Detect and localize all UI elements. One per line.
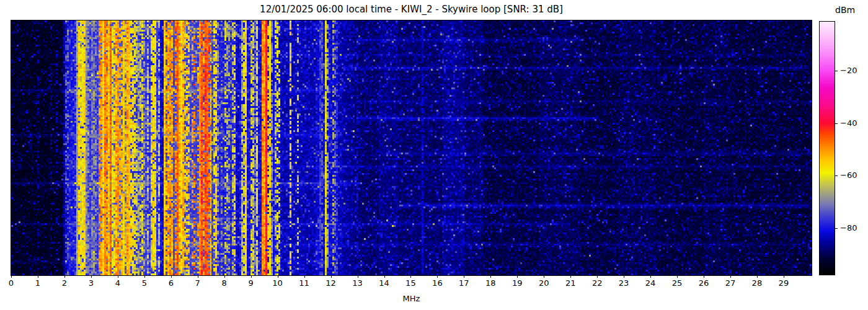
x-tick-mark [91, 275, 92, 278]
x-tick-mark [464, 275, 464, 278]
x-tick-mark [144, 275, 145, 278]
x-tick-mark [11, 275, 12, 278]
colorbar-tick-mark [835, 71, 838, 71]
x-tick-mark [198, 275, 198, 278]
x-tick-label: 18 [485, 278, 496, 288]
x-tick-mark [517, 275, 518, 278]
x-tick-label: 26 [699, 278, 709, 288]
chart-title: 12/01/2025 06:00 local time - KIWI_2 - S… [11, 4, 812, 15]
x-tick-label: 6 [169, 278, 174, 288]
x-tick-mark [490, 275, 491, 278]
x-tick-label: 22 [592, 278, 603, 288]
colorbar-gradient [819, 21, 835, 275]
x-tick-label: 12 [326, 278, 336, 288]
x-tick-mark [704, 275, 704, 278]
x-tick-mark [677, 275, 678, 278]
x-tick-label: 3 [89, 278, 94, 288]
colorbar-tick-mark [835, 228, 838, 229]
x-tick-mark [224, 275, 225, 278]
x-tick-label: 4 [115, 278, 120, 288]
x-tick-mark [650, 275, 651, 278]
x-tick-label: 9 [249, 278, 254, 288]
x-tick-mark [597, 275, 598, 278]
x-tick-mark [118, 275, 118, 278]
x-tick-label: 27 [725, 278, 736, 288]
x-tick-mark [757, 275, 758, 278]
x-axis-unit-label: MHz [11, 294, 812, 303]
spectrogram-figure: 12/01/2025 06:00 local time - KIWI_2 - S… [0, 0, 868, 310]
x-tick-label: 8 [222, 278, 227, 288]
x-tick-mark [570, 275, 571, 278]
x-tick-label: 28 [752, 278, 763, 288]
x-tick-label: 25 [672, 278, 683, 288]
x-tick-label: 23 [619, 278, 629, 288]
x-tick-mark [384, 275, 385, 278]
colorbar-unit-label: dBm [835, 5, 855, 15]
x-tick-label: 1 [35, 278, 40, 288]
spectrogram-heatmap [11, 20, 812, 275]
x-tick-label: 10 [272, 278, 283, 288]
colorbar-tick-label: −60 [840, 171, 857, 180]
x-tick-label: 0 [9, 278, 14, 288]
colorbar-tick-label: −40 [840, 118, 857, 128]
x-tick-label: 13 [352, 278, 363, 288]
x-tick-mark [38, 275, 38, 278]
x-tick-mark [304, 275, 305, 278]
colorbar-tick-label: −20 [840, 66, 857, 75]
x-tick-mark [544, 275, 544, 278]
x-tick-label: 14 [379, 278, 389, 288]
x-tick-mark [437, 275, 438, 278]
x-tick-label: 15 [405, 278, 416, 288]
colorbar-tick-label: −80 [840, 223, 857, 232]
x-tick-label: 5 [142, 278, 147, 288]
x-tick-label: 21 [565, 278, 576, 288]
colorbar-tick-mark [835, 175, 838, 176]
x-tick-label: 2 [62, 278, 67, 288]
x-tick-mark [278, 275, 278, 278]
x-tick-mark [171, 275, 172, 278]
x-tick-label: 17 [459, 278, 469, 288]
x-tick-mark [730, 275, 731, 278]
x-tick-mark [331, 275, 332, 278]
x-tick-mark [358, 275, 358, 278]
x-tick-mark [64, 275, 65, 278]
x-tick-label: 24 [645, 278, 656, 288]
x-tick-mark [410, 275, 411, 278]
x-tick-mark [784, 275, 784, 278]
x-tick-label: 20 [539, 278, 549, 288]
x-tick-label: 16 [432, 278, 443, 288]
x-tick-mark [624, 275, 624, 278]
x-tick-label: 29 [779, 278, 789, 288]
x-tick-label: 7 [195, 278, 200, 288]
x-tick-mark [251, 275, 252, 278]
x-tick-label: 19 [512, 278, 523, 288]
x-tick-label: 11 [299, 278, 309, 288]
colorbar-tick-mark [835, 123, 838, 124]
